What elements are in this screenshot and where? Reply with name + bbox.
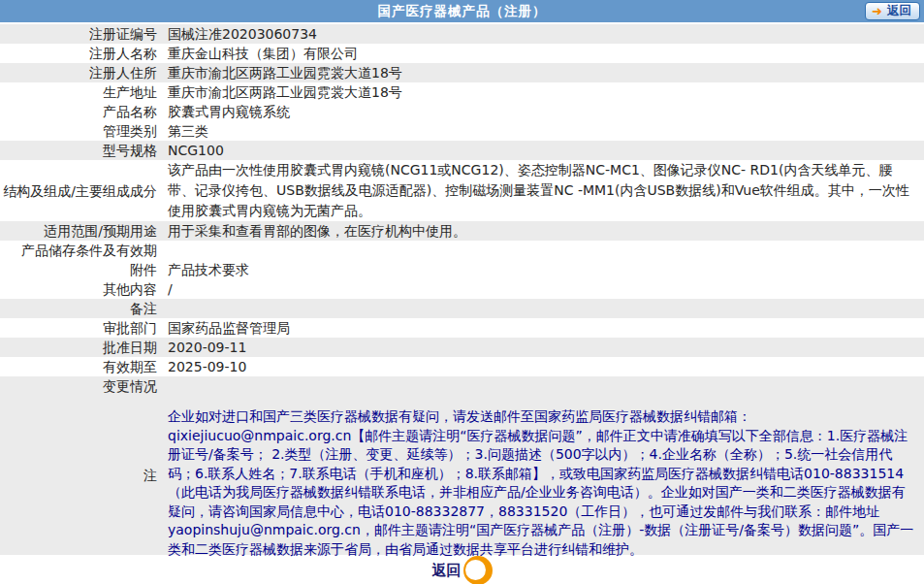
table-row-storage-conditions: 产品储存条件及有效期: [0, 241, 924, 260]
row-value: /: [157, 279, 924, 299]
table-row-other-content: 其他内容 /: [0, 279, 924, 299]
back-button-label: 返回: [887, 3, 911, 19]
row-label: 结构及组成/主要组成成分: [0, 181, 157, 201]
row-label: 注册证编号: [0, 24, 157, 44]
row-label: 适用范围/预期用途: [0, 221, 157, 241]
back-button-top[interactable]: ➜ 返回: [865, 2, 920, 20]
row-value: 第三类: [157, 121, 924, 141]
table-row-product-name: 产品名称 胶囊式胃内窥镜系统: [0, 102, 924, 121]
orange-circle-icon: [463, 556, 493, 584]
back-button-bottom[interactable]: 返回: [432, 556, 493, 584]
table-row-attachment: 附件 产品技术要求: [0, 260, 924, 279]
page-header: 国产医疗器械产品（注册） ➜ 返回: [0, 0, 924, 22]
back-button-bottom-label: 返回: [432, 562, 462, 580]
table-row-valid-until: 有效期至 2025-09-10: [0, 357, 924, 376]
row-value: 2025-09-10: [157, 357, 924, 376]
row-value: 重庆金山科技（集团）有限公司: [157, 44, 924, 63]
page-title: 国产医疗器械产品（注册）: [378, 3, 547, 20]
row-label: 有效期至: [0, 357, 157, 376]
row-value: NCG100: [157, 141, 924, 160]
row-value: 重庆市渝北区两路工业园霓裳大道18号: [157, 63, 924, 82]
row-label: 附件: [0, 260, 157, 279]
row-label: 生产地址: [0, 82, 157, 102]
row-value-note: 企业如对进口和国产三类医疗器械数据有疑问，请发送邮件至国家药监局医疗器械数据纠错…: [157, 406, 924, 559]
row-label: 注册人住所: [0, 63, 157, 82]
table-row-intended-use: 适用范围/预期用途 用于采集和查看胃部的图像，在医疗机构中使用。: [0, 221, 924, 241]
table-row-structure-composition: 结构及组成/主要组成成分 该产品由一次性使用胶囊式胃内窥镜(NCG11或NCG1…: [0, 160, 924, 221]
row-label: 注: [0, 466, 157, 485]
table-row-note: 注 企业如对进口和国产三类医疗器械数据有疑问，请发送邮件至国家药监局医疗器械数据…: [0, 396, 924, 555]
table-row-registration-number: 注册证编号 国械注准20203060734: [0, 24, 924, 44]
row-value: 重庆市渝北区两路工业园霓裳大道18号: [157, 82, 924, 102]
row-value: 国家药品监督管理局: [157, 318, 924, 338]
row-label: 备注: [0, 299, 157, 318]
table-row-registrant-address: 注册人住所 重庆市渝北区两路工业园霓裳大道18号: [0, 63, 924, 82]
row-value: 该产品由一次性使用胶囊式胃内窥镜(NCG11或NCG12)、姿态控制器NC-MC…: [157, 160, 924, 221]
arrow-right-icon: ➜: [872, 5, 882, 17]
row-value: 胶囊式胃内窥镜系统: [157, 102, 924, 121]
row-label: 批准日期: [0, 338, 157, 357]
footer: 返回: [0, 555, 924, 584]
row-label: 管理类别: [0, 121, 157, 141]
table-row-change-status: 变更情况: [0, 376, 924, 396]
table-row-model-spec: 型号规格 NCG100: [0, 141, 924, 160]
row-label: 产品储存条件及有效期: [0, 241, 157, 260]
row-label: 注册人名称: [0, 44, 157, 63]
row-value: 产品技术要求: [157, 260, 924, 279]
row-label: 审批部门: [0, 318, 157, 338]
row-label: 型号规格: [0, 141, 157, 160]
row-value: 用于采集和查看胃部的图像，在医疗机构中使用。: [157, 221, 924, 241]
row-value: 国械注准20203060734: [157, 24, 924, 44]
row-label: 其他内容: [0, 279, 157, 299]
table-row-production-address: 生产地址 重庆市渝北区两路工业园霓裳大道18号: [0, 82, 924, 102]
table-row-remarks: 备注: [0, 299, 924, 318]
table-row-registrant-name: 注册人名称 重庆金山科技（集团）有限公司: [0, 44, 924, 63]
table-row-approval-date: 批准日期 2020-09-11: [0, 338, 924, 357]
table-row-management-category: 管理类别 第三类: [0, 121, 924, 141]
row-value: 2020-09-11: [157, 338, 924, 357]
table-row-approval-department: 审批部门 国家药品监督管理局: [0, 318, 924, 338]
row-label: 变更情况: [0, 376, 157, 396]
detail-table: 注册证编号 国械注准20203060734 注册人名称 重庆金山科技（集团）有限…: [0, 24, 924, 555]
row-label: 产品名称: [0, 102, 157, 121]
